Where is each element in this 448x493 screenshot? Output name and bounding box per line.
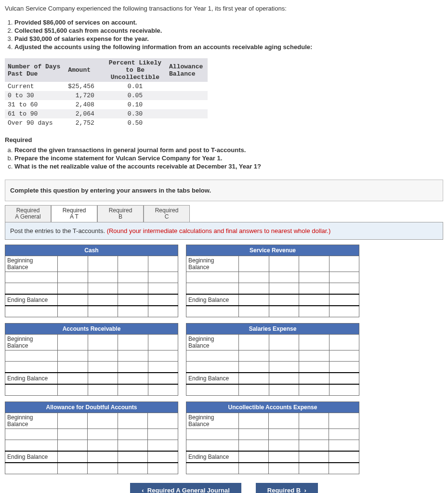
t-account-cell[interactable] (239, 256, 269, 272)
t-account-cell[interactable] (299, 440, 329, 452)
t-account-cell[interactable] (148, 256, 178, 272)
t-account-cell[interactable] (299, 413, 329, 429)
t-account-cell[interactable] (299, 429, 329, 440)
t-account-cell[interactable] (118, 373, 148, 384)
t-account-cell[interactable] (269, 335, 299, 350)
t-account-cell[interactable] (269, 362, 299, 373)
t-account-cell[interactable] (58, 451, 88, 463)
t-account-cell[interactable] (88, 272, 118, 283)
t-account-cell[interactable] (58, 306, 88, 317)
t-account-cell[interactable] (269, 256, 299, 272)
t-account-cell[interactable] (88, 413, 118, 429)
t-account-cell[interactable] (299, 384, 329, 396)
t-account-cell[interactable] (58, 256, 88, 272)
t-account-cell[interactable] (329, 294, 359, 306)
t-account-cell[interactable] (329, 350, 359, 362)
next-button[interactable]: Required B › (256, 483, 318, 493)
t-account-cell[interactable] (329, 272, 359, 283)
t-account-cell[interactable] (148, 306, 178, 317)
t-account-cell[interactable] (88, 306, 118, 317)
t-account-cell[interactable] (58, 429, 88, 440)
t-account-cell[interactable] (239, 272, 269, 283)
t-account-cell[interactable] (118, 350, 148, 362)
t-account-cell[interactable] (239, 429, 269, 440)
t-account-cell[interactable] (329, 362, 359, 373)
t-account-cell[interactable] (118, 413, 147, 429)
t-account-cell[interactable] (58, 413, 88, 429)
t-account-cell[interactable] (148, 413, 178, 429)
t-account-cell[interactable] (58, 373, 88, 384)
t-account-cell[interactable] (329, 335, 359, 350)
t-account-cell[interactable] (58, 283, 88, 295)
t-account-cell[interactable] (239, 463, 269, 474)
t-account-cell[interactable] (58, 335, 88, 350)
t-account-cell[interactable] (239, 350, 269, 362)
t-account-cell[interactable] (239, 413, 269, 429)
t-account-cell[interactable] (118, 294, 148, 306)
t-account-cell[interactable] (239, 440, 269, 452)
t-account-cell[interactable] (329, 413, 359, 429)
t-account-cell[interactable] (239, 373, 269, 384)
t-account-cell[interactable] (269, 429, 299, 440)
t-account-cell[interactable] (88, 335, 118, 350)
t-account-cell[interactable] (269, 373, 299, 384)
t-account-cell[interactable] (239, 362, 269, 373)
t-account-cell[interactable] (118, 429, 147, 440)
t-account-cell[interactable] (148, 294, 178, 306)
t-account-cell[interactable] (118, 272, 148, 283)
t-account-cell[interactable] (299, 272, 329, 283)
t-account-cell[interactable] (148, 272, 178, 283)
t-account-cell[interactable] (88, 283, 118, 295)
t-account-cell[interactable] (58, 272, 88, 283)
t-account-cell[interactable] (299, 350, 329, 362)
t-account-cell[interactable] (88, 429, 118, 440)
t-account-cell[interactable] (269, 451, 299, 463)
t-account-cell[interactable] (118, 463, 147, 474)
t-account-cell[interactable] (88, 362, 118, 373)
t-account-cell[interactable] (58, 362, 88, 373)
t-account-cell[interactable] (58, 294, 88, 306)
t-account-cell[interactable] (329, 384, 359, 396)
t-account-cell[interactable] (118, 451, 147, 463)
t-account-cell[interactable] (148, 429, 178, 440)
t-account-cell[interactable] (329, 463, 359, 474)
t-account-cell[interactable] (299, 283, 329, 295)
t-account-cell[interactable] (299, 362, 329, 373)
t-account-cell[interactable] (329, 451, 359, 463)
t-account-cell[interactable] (239, 451, 269, 463)
t-account-cell[interactable] (148, 283, 178, 295)
t-account-cell[interactable] (269, 384, 299, 396)
t-account-cell[interactable] (118, 306, 148, 317)
t-account-cell[interactable] (269, 463, 299, 474)
t-account-cell[interactable] (269, 440, 299, 452)
t-account-cell[interactable] (148, 362, 178, 373)
t-account-cell[interactable] (269, 272, 299, 283)
t-account-cell[interactable] (118, 440, 147, 452)
t-account-cell[interactable] (239, 283, 269, 295)
t-account-cell[interactable] (58, 384, 88, 396)
t-account-cell[interactable] (118, 283, 148, 295)
tab-required-b[interactable]: RequiredB (97, 205, 144, 222)
t-account-cell[interactable] (239, 335, 269, 350)
t-account-cell[interactable] (239, 384, 269, 396)
t-account-cell[interactable] (88, 384, 118, 396)
prev-button[interactable]: ‹ Required A General Journal (130, 483, 241, 493)
t-account-cell[interactable] (88, 451, 118, 463)
t-account-cell[interactable] (269, 294, 299, 306)
t-account-cell[interactable] (148, 440, 178, 452)
t-account-cell[interactable] (299, 373, 329, 384)
t-account-cell[interactable] (299, 335, 329, 350)
t-account-cell[interactable] (148, 463, 178, 474)
t-account-cell[interactable] (329, 373, 359, 384)
t-account-cell[interactable] (148, 335, 178, 350)
tab-required-a-t[interactable]: RequiredA T (51, 205, 97, 222)
t-account-cell[interactable] (88, 463, 118, 474)
t-account-cell[interactable] (239, 294, 269, 306)
t-account-cell[interactable] (269, 283, 299, 295)
t-account-cell[interactable] (88, 373, 118, 384)
t-account-cell[interactable] (329, 440, 359, 452)
t-account-cell[interactable] (148, 384, 178, 396)
t-account-cell[interactable] (148, 350, 178, 362)
t-account-cell[interactable] (88, 294, 118, 306)
t-account-cell[interactable] (148, 451, 178, 463)
